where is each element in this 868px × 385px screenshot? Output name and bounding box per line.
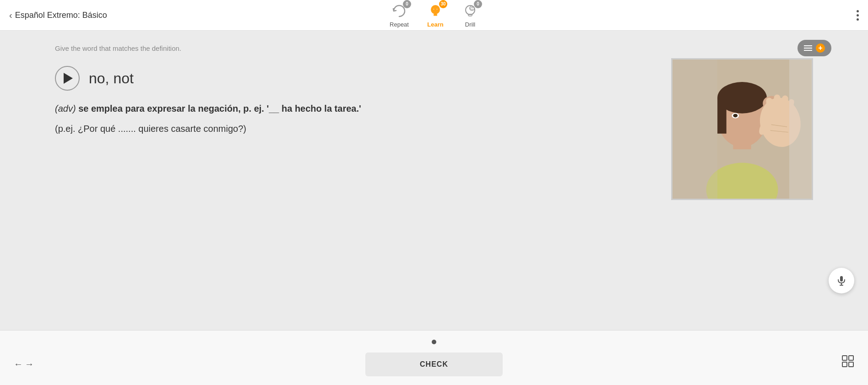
progress-dot-active <box>432 340 436 344</box>
grid-icon <box>841 355 854 368</box>
svg-rect-38 <box>849 362 853 367</box>
svg-rect-35 <box>842 356 847 360</box>
svg-rect-37 <box>842 362 847 367</box>
nav-drill[interactable]: 0 Drill <box>462 3 478 28</box>
more-dot-3 <box>857 18 859 21</box>
more-menu-button[interactable] <box>857 10 859 21</box>
definition-main: se emplea para expresar la negación, p. … <box>78 103 361 114</box>
more-dot-2 <box>857 14 859 16</box>
menu-lines-icon <box>804 45 812 51</box>
svg-point-29 <box>733 114 738 118</box>
menu-line-1 <box>804 45 812 46</box>
svg-point-4 <box>433 8 434 10</box>
mic-icon <box>836 275 847 286</box>
repeat-badge: 0 <box>403 0 411 8</box>
svg-rect-30 <box>673 60 717 199</box>
repeat-label: Repeat <box>390 21 409 28</box>
more-dot-1 <box>857 10 859 12</box>
expand-arrows-button[interactable]: ← → <box>14 359 34 369</box>
menu-line-3 <box>804 50 812 51</box>
learn-icon-wrap: 30 <box>427 3 444 19</box>
check-button[interactable]: CHECK <box>365 352 503 376</box>
content-area: Give the word that matches the definitio… <box>0 31 868 330</box>
header-nav: 0 Repeat 30 Learn <box>390 3 478 28</box>
nav-repeat[interactable]: 0 Repeat <box>390 3 409 28</box>
header: ‹ Español Extremo: Básico 0 Repeat <box>0 0 868 31</box>
word-image <box>671 58 813 200</box>
toolbar-menu-button[interactable]: + <box>797 40 831 56</box>
drill-icon-wrap: 0 <box>462 3 478 19</box>
svg-rect-18 <box>717 98 727 133</box>
left-arrow-icon: ← <box>14 359 23 369</box>
repeat-icon-wrap: 0 <box>391 3 407 19</box>
instruction-text: Give the word that matches the definitio… <box>55 44 813 52</box>
svg-point-5 <box>436 8 438 10</box>
grid-view-button[interactable] <box>841 355 854 369</box>
nav-learn[interactable]: 30 Learn <box>427 3 444 28</box>
word-display: no, not <box>89 70 134 87</box>
microphone-button[interactable] <box>829 268 854 293</box>
learn-label: Learn <box>427 21 443 28</box>
learn-badge: 30 <box>439 0 447 8</box>
course-title: Español Extremo: Básico <box>15 11 107 20</box>
play-icon <box>64 73 73 84</box>
back-arrow-icon: ‹ <box>9 10 12 21</box>
svg-point-0 <box>431 5 440 14</box>
toolbar-plus-icon: + <box>816 43 825 53</box>
svg-rect-36 <box>849 356 853 360</box>
drill-badge: 0 <box>474 0 482 8</box>
svg-rect-32 <box>840 276 843 282</box>
back-button[interactable]: ‹ Español Extremo: Básico <box>9 10 107 21</box>
right-arrow-icon: → <box>25 359 34 369</box>
drill-label: Drill <box>465 21 475 28</box>
main-content: Give the word that matches the definitio… <box>0 31 868 385</box>
bottom-bar: CHECK ← → <box>0 330 868 385</box>
svg-rect-31 <box>789 60 812 199</box>
hand-image-visual <box>673 60 812 199</box>
svg-rect-22 <box>774 94 781 119</box>
play-audio-button[interactable] <box>55 66 80 91</box>
definition-prefix: (adv) <box>55 103 76 114</box>
progress-dots <box>432 340 436 344</box>
hand-stop-image <box>673 60 812 199</box>
menu-line-2 <box>804 48 812 49</box>
